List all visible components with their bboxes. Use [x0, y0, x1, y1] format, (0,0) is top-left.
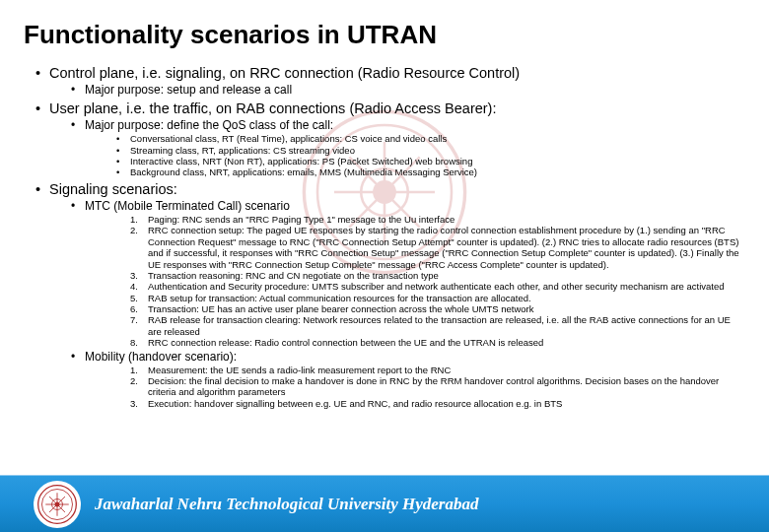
- list-item: 3.Execution: handover signalling between…: [130, 398, 745, 409]
- list-item: 6.Transaction: UE has an active user pla…: [130, 303, 745, 314]
- footer-bar: Jawaharlal Nehru Technological Universit…: [0, 475, 769, 532]
- list-item: Streaming class, RT, applications: CS st…: [130, 145, 745, 156]
- svg-point-7: [54, 501, 59, 506]
- footer-text: Jawaharlal Nehru Technological Universit…: [95, 495, 478, 514]
- bullet-list: Control plane, i.e. signaling, on RRC co…: [24, 64, 745, 409]
- list-item: 2.RRC connection setup: The paged UE res…: [130, 225, 745, 270]
- list-item: Interactive class, NRT (Non RT), applica…: [130, 156, 745, 166]
- list-item: 2.Decision: the final decision to make a…: [130, 375, 745, 398]
- footer-seal-icon: [34, 481, 81, 528]
- list-item: 7.RAB release for transaction clearing: …: [130, 314, 745, 337]
- list-item: Background class, NRT, applications: ema…: [130, 166, 745, 177]
- list-item: Major purpose: define the QoS class of t…: [85, 118, 745, 133]
- list-item: 4.Authentication and Security procedure:…: [130, 281, 745, 292]
- list-item: User plane, i.e. the traffic, on RAB con…: [49, 100, 745, 117]
- list-item: Control plane, i.e. signaling, on RRC co…: [49, 64, 745, 82]
- list-item: MTC (Mobile Terminated Call) scenario: [85, 199, 745, 214]
- list-item: 1.Paging: RNC sends an "RRC Paging Type …: [130, 214, 745, 225]
- list-item: Mobility (handover scenario):: [85, 350, 745, 365]
- slide-title: Functionality scenarios in UTRAN: [24, 20, 745, 50]
- list-item: 3.Transaction reasoning: RNC and CN nego…: [130, 270, 745, 281]
- slide-content: Functionality scenarios in UTRAN Control…: [0, 0, 769, 475]
- list-item: 8.RRC connection release: Radio control …: [130, 337, 745, 348]
- list-item: Major purpose: setup and release a call: [85, 83, 745, 98]
- list-item: Conversational class, RT (Real Time), ap…: [130, 133, 745, 144]
- list-item: Signaling scenarios:: [49, 180, 745, 198]
- list-item: 5.RAB setup for transaction: Actual comm…: [130, 293, 745, 303]
- list-item: 1.Measurement: the UE sends a radio-link…: [130, 365, 745, 375]
